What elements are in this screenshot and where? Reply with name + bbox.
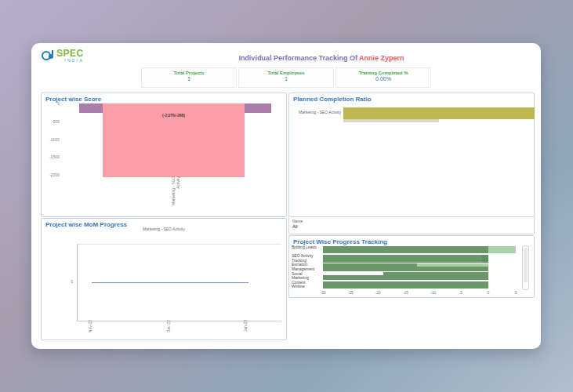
score-y-tick-label: -2000 xyxy=(42,172,60,177)
kpi-row: Total Projects 1 Total Employees 1 Train… xyxy=(141,67,431,88)
ptk-bar-main xyxy=(323,255,488,263)
ptk-bar-overlay xyxy=(323,272,383,275)
score-x-label-line2: Activity xyxy=(176,176,181,217)
kpi-value: 1 xyxy=(142,76,236,82)
score-y-axis: 0-500-1000-1500-2000 xyxy=(42,93,62,216)
ptk-category-label-line: Bidding Leads xyxy=(292,245,323,249)
ptk-x-tick-label: -10 xyxy=(427,290,440,295)
dashboard-card: SPEC INDIA Individual Performance Tracki… xyxy=(31,43,541,349)
ptk-bar-main xyxy=(323,246,488,254)
scrollbar-track[interactable] xyxy=(522,245,529,290)
ptk-bar-overlay xyxy=(482,255,488,263)
score-y-tick-label: -1000 xyxy=(42,137,60,142)
ptk-x-tick-label: 0 xyxy=(482,290,495,295)
ptk-x-tick-label: -5 xyxy=(455,290,467,295)
ptk-x-tick-label: -30 xyxy=(317,290,329,295)
mom-x-tick-label: Jan-23 xyxy=(243,320,249,340)
score-y-tick-label: -1500 xyxy=(42,154,60,159)
name-slicer-dropdown[interactable]: Name All xyxy=(288,216,535,234)
mom-y-axis-tick: 0 xyxy=(57,279,73,284)
page-title: Individual Performance Tracking Of Annie… xyxy=(204,54,439,62)
score-y-tick-label: 0 xyxy=(42,101,60,106)
mom-x-tick-label: Nov-22 xyxy=(88,320,94,340)
logo-stem-shape xyxy=(52,50,53,55)
ptk-x-tick-label: -15 xyxy=(400,290,412,295)
panel-project-wise-mom-progress: Project wise MoM Progress Marketing - SE… xyxy=(41,218,287,340)
scrollbar-thumb[interactable] xyxy=(524,248,528,282)
logo-text: SPEC INDIA xyxy=(56,49,84,63)
score-x-axis-category-label: Marketing - SEO Activity xyxy=(172,176,181,217)
kpi-label: Total Employees xyxy=(239,71,333,75)
pcr-planned-bar xyxy=(343,107,535,119)
ptk-category-label: SocialMarketing xyxy=(292,272,323,281)
panel-project-wise-score: Project wise Score 0-500-1000-1500-2000 … xyxy=(41,93,287,217)
ptk-category-label: SEO ActivityTracking xyxy=(292,254,323,263)
ptk-category-label-line: Writtine xyxy=(292,285,323,289)
kpi-value: 1 xyxy=(239,76,333,82)
kpi-label: Training Completed % xyxy=(336,71,430,75)
ptk-bar-main xyxy=(323,281,488,289)
logo-spec-text: SPEC xyxy=(56,49,84,58)
kpi-card-training-completed: Training Completed % 0.00% xyxy=(335,67,431,88)
score-bar-data-label: (-2,070/-268) xyxy=(103,113,245,118)
ptk-category-axis: Bidding LeadsSEO ActivityTrackingEsclati… xyxy=(292,245,323,292)
page-title-prefix: Individual Performance Tracking Of xyxy=(238,54,357,62)
kpi-card-total-employees: Total Employees 1 xyxy=(238,67,334,88)
score-y-tick-label: -500 xyxy=(42,119,60,124)
ptk-plot-area xyxy=(323,245,521,290)
spec-india-logo: SPEC INDIA xyxy=(42,49,84,63)
ptk-x-tick-label: -20 xyxy=(372,290,384,295)
pcr-secondary-bar xyxy=(343,119,439,122)
ptk-x-tick-label: -25 xyxy=(344,290,357,295)
kpi-value: 0.00% xyxy=(336,76,430,82)
ptk-bar-overlay xyxy=(488,246,516,254)
ptk-bar-overlay xyxy=(417,263,488,267)
chart-title-planned-completion-ratio: Planned Completion Ratio xyxy=(293,96,372,103)
mom-legend-label: Marketing - SEO Activity xyxy=(42,227,286,231)
mom-plot-area xyxy=(77,244,281,321)
panel-planned-completion-ratio: Planned Completion Ratio Marketing - SEO… xyxy=(288,93,535,217)
panel-project-wise-progress-tracking: Project Wise Progress Tracking Bidding L… xyxy=(288,235,535,298)
ptk-x-axis: -30-25-20-15-10-505 xyxy=(323,290,521,296)
ptk-category-label: Bidding Leads xyxy=(292,245,323,249)
ptk-category-label: EsclationManagement xyxy=(292,263,323,271)
ptk-x-tick-label: 5 xyxy=(510,290,522,295)
mom-x-tick-label: Dec-22 xyxy=(166,320,172,340)
slicer-label: Name xyxy=(292,219,303,223)
mom-series-line xyxy=(92,282,248,283)
pcr-category-label: Marketing - SEO Activity xyxy=(291,110,341,114)
kpi-label: Total Projects xyxy=(142,71,236,75)
logo-icon xyxy=(42,49,55,62)
ptk-category-label: ContentWrittine xyxy=(292,281,323,289)
page-title-employee-name: Annie Zypern xyxy=(359,54,404,62)
kpi-card-total-projects: Total Projects 1 xyxy=(141,67,237,88)
desktop-background: SPEC INDIA Individual Performance Tracki… xyxy=(0,0,573,392)
slicer-selected-value: All xyxy=(292,224,298,229)
